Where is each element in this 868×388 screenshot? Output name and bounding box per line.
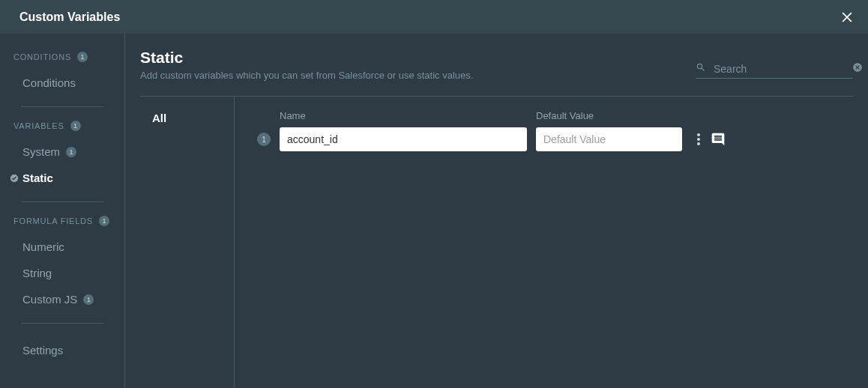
row-actions: [697, 132, 726, 147]
content-area: All Name Default Value 1: [140, 97, 853, 388]
section-label: CONDITIONS: [13, 52, 71, 61]
count-badge: 1: [66, 147, 76, 157]
divider: [21, 106, 103, 107]
section-label: VARIABLES: [13, 121, 64, 130]
search-field: [696, 62, 853, 79]
dialog-body: CONDITIONS 1 Conditions VARIABLES 1 Syst…: [0, 34, 868, 388]
sidebar-item-customjs[interactable]: Custom JS 1: [0, 286, 124, 312]
sidebar-item-conditions[interactable]: Conditions: [0, 70, 124, 96]
filter-all[interactable]: All: [140, 112, 234, 124]
search-icon: [696, 62, 706, 76]
close-icon[interactable]: [840, 10, 855, 25]
section-header-variables: VARIABLES 1: [0, 121, 124, 131]
svg-point-3: [697, 142, 700, 145]
page-title: Static: [140, 49, 696, 67]
col-header-name: Name: [280, 110, 527, 121]
sidebar-item-label: Settings: [22, 344, 63, 357]
count-badge: 1: [77, 52, 88, 62]
name-input[interactable]: [280, 127, 527, 151]
sidebar: CONDITIONS 1 Conditions VARIABLES 1 Syst…: [0, 34, 125, 388]
page-subtitle: Add custom variables which you can set f…: [140, 70, 696, 81]
col-header-default: Default Value: [536, 110, 682, 121]
main-panel: Static Add custom variables which you ca…: [125, 34, 868, 388]
search-input[interactable]: [714, 63, 845, 75]
sidebar-item-settings[interactable]: Settings: [0, 337, 124, 363]
filter-column: All: [140, 97, 235, 388]
table-row: 1: [257, 127, 853, 151]
sidebar-item-label: Custom JS: [22, 293, 77, 306]
sidebar-item-label: System: [22, 145, 60, 158]
title-block: Static Add custom variables which you ca…: [140, 49, 696, 81]
section-label: FORMULA FIELDS: [13, 216, 93, 225]
check-icon: [10, 175, 18, 182]
divider: [21, 201, 103, 202]
divider: [21, 323, 103, 324]
more-icon[interactable]: [697, 133, 700, 145]
section-header-conditions: CONDITIONS 1: [0, 52, 124, 62]
sidebar-item-label: Conditions: [22, 76, 76, 89]
count-badge: 1: [83, 294, 94, 305]
section-header-formula: FORMULA FIELDS 1: [0, 216, 124, 226]
svg-point-2: [697, 138, 700, 141]
sidebar-item-label: String: [22, 267, 52, 279]
svg-point-1: [697, 133, 700, 136]
default-input[interactable]: [536, 127, 682, 151]
clear-icon[interactable]: [852, 62, 863, 76]
sidebar-item-label: Numeric: [22, 240, 64, 253]
dialog-header: Custom Variables: [0, 0, 868, 34]
main-header: Static Add custom variables which you ca…: [140, 49, 853, 81]
row-number: 1: [257, 133, 271, 146]
sidebar-item-label: Static: [22, 172, 53, 184]
dialog-title: Custom Variables: [19, 10, 120, 24]
column-headers: Name Default Value: [280, 110, 853, 121]
count-badge: 1: [99, 216, 109, 226]
count-badge: 1: [70, 121, 81, 131]
sidebar-item-system[interactable]: System 1: [0, 139, 124, 165]
comment-icon[interactable]: [711, 132, 726, 147]
table-area: Name Default Value 1: [235, 97, 853, 388]
sidebar-item-numeric[interactable]: Numeric: [0, 234, 124, 260]
sidebar-item-static[interactable]: Static: [0, 165, 124, 191]
sidebar-item-string[interactable]: String: [0, 260, 124, 286]
